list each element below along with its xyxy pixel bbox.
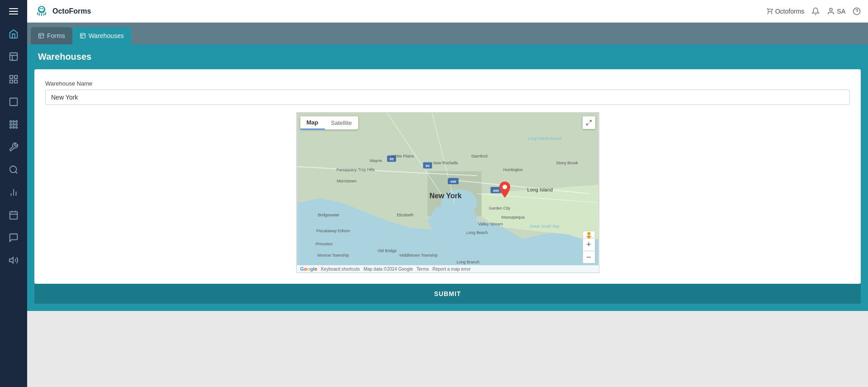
warehouse-name-label: Warehouse Name	[45, 80, 850, 87]
help-button[interactable]	[853, 7, 861, 15]
svg-point-12	[13, 121, 14, 123]
svg-rect-37	[39, 33, 44, 38]
map-marker[interactable]	[499, 182, 510, 201]
warehouse-name-field: Warehouse Name	[45, 80, 850, 105]
sidebar-item-messages[interactable]	[0, 226, 27, 249]
sidebar-item-grid[interactable]	[0, 68, 27, 91]
svg-text:Piscataway Edison: Piscataway Edison	[316, 229, 350, 233]
map-mode-button[interactable]: Map	[300, 116, 325, 129]
svg-text:Parsippany-Troy Hills: Parsippany-Troy Hills	[336, 167, 375, 172]
page-body: Warehouse Name	[34, 69, 861, 284]
svg-point-18	[13, 127, 14, 129]
svg-text:Great South Bay: Great South Bay	[529, 224, 560, 229]
svg-text:80: 80	[425, 164, 429, 168]
svg-rect-0	[9, 8, 18, 9]
svg-rect-25	[10, 212, 18, 220]
svg-text:Stamford: Stamford	[471, 154, 487, 158]
page-container: Warehouses Warehouse Name	[27, 44, 868, 311]
map-type-toggle: Map Satellite	[300, 116, 358, 129]
svg-text:Stony Brook: Stony Brook	[556, 161, 578, 165]
svg-point-32	[40, 8, 42, 9]
svg-text:New Rochelle: New Rochelle	[433, 161, 458, 165]
sidebar-item-search[interactable]	[0, 158, 27, 181]
submit-button[interactable]: SUBMIT	[34, 284, 861, 304]
svg-rect-6	[10, 76, 13, 78]
hamburger-button[interactable]	[0, 0, 27, 23]
sidebar-item-apps[interactable]	[0, 113, 27, 136]
svg-point-88	[503, 185, 507, 189]
tab-forms[interactable]: Forms	[31, 27, 72, 44]
svg-point-91	[587, 232, 590, 235]
svg-point-16	[16, 124, 18, 125]
svg-point-14	[10, 124, 12, 125]
svg-text:Old Bridge: Old Bridge	[377, 248, 396, 253]
map-data-credit: Map data ©2024 Google	[364, 267, 413, 272]
svg-rect-8	[10, 80, 13, 83]
store-link[interactable]: Octoforms	[766, 8, 805, 15]
notifications-button[interactable]	[811, 7, 820, 15]
page-title: Warehouses	[38, 52, 857, 62]
header-right-actions: Octoforms SA	[766, 7, 861, 15]
svg-text:Morristown: Morristown	[337, 179, 356, 183]
svg-text:Princeton: Princeton	[315, 242, 332, 246]
map-terms-link[interactable]: Terms	[417, 267, 429, 272]
sidebar-item-calendar[interactable]	[0, 204, 27, 226]
svg-text:Valley Stream: Valley Stream	[478, 222, 503, 226]
sidebar	[0, 0, 27, 387]
octoforms-logo-icon	[34, 4, 49, 19]
submit-bar: SUBMIT	[27, 284, 868, 311]
page-content: Warehouses Warehouse Name	[27, 44, 868, 387]
svg-point-31	[39, 7, 44, 11]
svg-text:495: 495	[450, 180, 456, 184]
svg-text:Middletown Township: Middletown Township	[399, 253, 437, 258]
svg-text:Wayne: Wayne	[370, 158, 382, 163]
svg-rect-7	[14, 76, 17, 78]
svg-text:Massapequa: Massapequa	[501, 215, 524, 220]
google-logo: Google	[300, 266, 318, 272]
tab-warehouses[interactable]: Warehouses	[72, 27, 131, 44]
map-zoom-out-button[interactable]: −	[583, 251, 595, 263]
svg-point-13	[16, 121, 18, 123]
svg-rect-2	[9, 14, 18, 14]
svg-point-20	[10, 166, 17, 173]
user-avatar[interactable]: SA	[827, 7, 845, 15]
sidebar-item-home[interactable]	[0, 23, 27, 45]
map-zoom-controls: + −	[583, 238, 595, 263]
svg-point-19	[16, 127, 18, 129]
app-name: OctoForms	[52, 7, 91, 15]
tabs-bar: Forms Warehouses	[27, 23, 868, 44]
map-footer: Google Keyboard shortcuts Map data ©2024…	[297, 265, 599, 272]
sidebar-item-box[interactable]	[0, 91, 27, 113]
svg-rect-40	[80, 33, 85, 38]
map-fullscreen-button[interactable]	[583, 116, 595, 129]
svg-text:495: 495	[493, 189, 499, 193]
sidebar-item-tools[interactable]	[0, 136, 27, 158]
svg-rect-9	[14, 80, 17, 83]
svg-text:White Plains: White Plains	[391, 154, 414, 158]
svg-line-21	[15, 172, 17, 173]
octoforms-store-label: Octoforms	[775, 8, 805, 15]
warehouse-name-input[interactable]	[45, 90, 850, 105]
page-header: Warehouses	[27, 44, 868, 69]
app-header: OctoForms Octoforms SA	[27, 0, 868, 23]
sidebar-item-chart[interactable]	[0, 181, 27, 204]
satellite-mode-button[interactable]: Satellite	[325, 116, 358, 129]
svg-line-90	[586, 123, 588, 125]
user-initials: SA	[837, 8, 845, 15]
svg-text:Elizabeth: Elizabeth	[397, 213, 413, 217]
map-svg: 95 80 495 495 New York Long Island Hunti…	[297, 113, 599, 272]
sidebar-item-broadcast[interactable]	[0, 249, 27, 272]
map-container[interactable]: 95 80 495 495 New York Long Island Hunti…	[296, 112, 599, 273]
map-report-link[interactable]: Report a map error	[432, 267, 470, 272]
svg-text:Long Island: Long Island	[527, 187, 552, 192]
sidebar-item-reports[interactable]	[0, 45, 27, 68]
svg-text:Long Branch: Long Branch	[456, 260, 479, 264]
svg-rect-10	[10, 98, 18, 106]
svg-line-89	[589, 120, 591, 122]
svg-point-34	[830, 8, 832, 11]
map-zoom-in-button[interactable]: +	[583, 238, 595, 251]
map-keyboard-shortcuts[interactable]: Keyboard shortcuts	[321, 267, 360, 272]
svg-text:Long Beach: Long Beach	[466, 230, 488, 235]
svg-text:Monroe Township: Monroe Township	[317, 253, 349, 258]
svg-point-17	[10, 127, 12, 129]
